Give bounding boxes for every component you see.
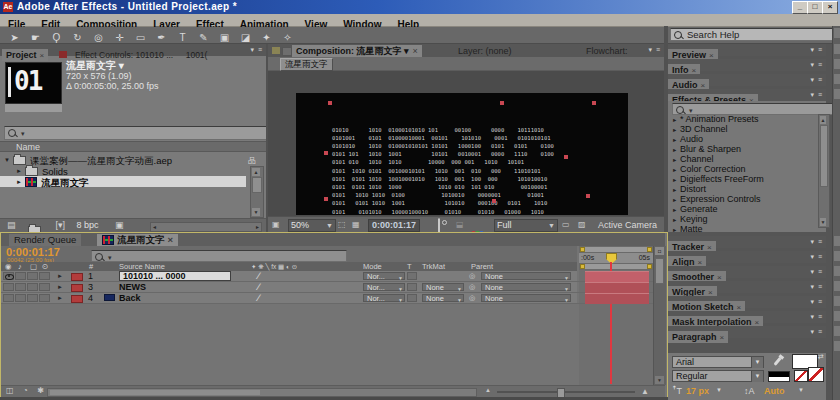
brainstorm-icon[interactable]: ✱	[37, 386, 44, 396]
no-fill-icon[interactable]	[794, 370, 808, 382]
expander-icon[interactable]	[16, 177, 25, 188]
timeline-zoom-slider[interactable]	[497, 391, 635, 393]
collapsed-panel[interactable]: Motion Sketch× ▾ ≡	[668, 296, 826, 308]
always-preview-icon[interactable]: ▣	[272, 219, 280, 230]
mode-dropdown[interactable]: Nor...▼	[363, 294, 405, 302]
safe-zones-icon[interactable]: ⬚	[338, 219, 346, 230]
collapsed-panel[interactable]: Mask Interpolation× ▾ ≡	[668, 311, 826, 323]
interpret-footage-icon[interactable]: ▤	[7, 219, 16, 232]
show-snapshot-icon[interactable]: ⬓	[456, 219, 464, 230]
minimize-button[interactable]: _	[792, 1, 808, 14]
snapshot-icon[interactable]	[438, 219, 440, 230]
lock-toggle[interactable]	[39, 294, 50, 302]
audio-column-icon[interactable]: ♪	[18, 262, 22, 271]
panel-menu-icon[interactable]: ▾ ≡	[810, 298, 823, 306]
project-item[interactable]: Solids	[0, 165, 246, 176]
source-name-header[interactable]: Source Name	[119, 262, 165, 271]
effects-category[interactable]: Digieffects FreeForm	[668, 174, 814, 184]
font-family-dropdown[interactable]: Arial▼	[672, 356, 764, 368]
expander-icon[interactable]: ►	[57, 273, 63, 279]
tab-flowchart[interactable]: Flowchart:	[586, 45, 628, 57]
parent-dropdown[interactable]: None▼	[481, 272, 571, 280]
brush-tool[interactable]: ✎	[193, 30, 214, 45]
panel-menu-icon[interactable]: ▾ ≡	[810, 76, 823, 84]
close-icon[interactable]: ×	[40, 51, 45, 60]
tab-render-queue[interactable]: Render Queue	[9, 234, 81, 246]
stroke-color-swatch[interactable]	[808, 367, 824, 382]
work-area-bar[interactable]	[579, 263, 653, 270]
project-search-input[interactable]: ▾	[4, 126, 272, 140]
scroll-down-icon[interactable]: ▼	[820, 218, 826, 226]
roi-icon[interactable]: ▭	[562, 219, 570, 230]
effects-scrollbar[interactable]: ▲ ▼	[818, 114, 830, 228]
expander-icon[interactable]	[4, 155, 13, 166]
chevron-down-icon[interactable]: ▼	[798, 387, 804, 393]
panel-menu-icon[interactable]: ▾ ≡	[810, 328, 823, 336]
magnification-dropdown[interactable]: 50%▼	[288, 219, 336, 232]
collapsed-panel[interactable]: Wiggler× ▾ ≡	[668, 281, 826, 293]
chevron-down-icon[interactable]: ▼	[751, 357, 763, 368]
layer-handle[interactable]	[500, 101, 504, 105]
project-item[interactable]: 课堂案例——流星雨文字动画.aep	[0, 154, 246, 165]
grid-icon[interactable]: ▦	[352, 219, 360, 230]
video-toggle[interactable]	[3, 272, 14, 280]
timeline-hscrollbar[interactable]: ◫ ◔ ✱ ▲ ▲	[1, 385, 665, 397]
expression-pick-whip[interactable]: ✧	[277, 30, 298, 45]
mode-header[interactable]: Mode	[363, 262, 382, 271]
search-help-input[interactable]: Search Help	[670, 28, 840, 41]
comp-viewer[interactable]: 01010 1010 01000101010 101 00100 0000 10…	[268, 71, 664, 216]
effects-category[interactable]: Expression Controls	[668, 194, 814, 204]
audio-toggle[interactable]	[15, 272, 26, 280]
layer-row[interactable]: ► 1 101010 ... 0000 / Nor...▼ ▼ ◎ None▼	[1, 271, 665, 282]
pen-tool[interactable]: ✒	[151, 30, 172, 45]
time-navigator[interactable]	[579, 246, 653, 253]
solo-column-icon[interactable]: ▢	[30, 262, 37, 271]
tab-layer[interactable]: Layer: (none)	[458, 45, 512, 57]
effects-category[interactable]: Generate	[668, 204, 814, 214]
collapsed-panel[interactable]: Align× ▾ ≡	[668, 251, 826, 263]
eraser-tool[interactable]: ◪	[235, 30, 256, 45]
collapsed-panel[interactable]: Audio× ▾ ≡	[668, 74, 826, 86]
video-toggle[interactable]	[3, 283, 14, 291]
audio-toggle[interactable]	[15, 294, 26, 302]
comp-marker-bin-icon[interactable]: ◘	[655, 247, 664, 255]
parent-header[interactable]: Parent	[471, 262, 493, 271]
font-size-value[interactable]: 17 px	[686, 386, 709, 396]
trkmat-dropdown[interactable]: None▼	[422, 283, 464, 291]
lock-column-icon[interactable]: ⊙	[42, 262, 48, 271]
layer-duration-bar[interactable]	[585, 293, 649, 304]
layer-number-header[interactable]: #	[89, 262, 93, 271]
project-item[interactable]: 流星雨文字	[0, 176, 246, 187]
lock-toggle[interactable]	[39, 283, 50, 291]
font-style-dropdown[interactable]: Regular▼	[672, 370, 764, 382]
layer-duration-bar[interactable]	[585, 282, 649, 293]
layer-name[interactable]: NEWS	[119, 282, 146, 292]
layer-handle[interactable]	[324, 197, 328, 201]
chevron-down-icon[interactable]: ▼	[751, 371, 763, 382]
effects-category[interactable]: * Animation Presets	[668, 114, 814, 124]
collapsed-panel[interactable]: Info× ▾ ≡	[668, 59, 826, 71]
leading-value[interactable]: Auto	[764, 386, 785, 396]
panel-menu-icon[interactable]: ▾ ≡	[810, 238, 823, 246]
tab-effect-controls-suffix[interactable]: 1001(	[186, 50, 208, 60]
scroll-left-icon[interactable]: ◄	[152, 223, 157, 231]
effects-category[interactable]: 3D Channel	[668, 124, 814, 134]
project-scrollbar[interactable]: ▲ ▼	[250, 166, 264, 218]
pick-whip-icon[interactable]: ◎	[469, 282, 475, 292]
type-tool[interactable]: T	[172, 30, 193, 45]
lock-toggle[interactable]	[39, 272, 50, 280]
solo-toggle[interactable]	[27, 294, 38, 302]
panel-menu-icon[interactable]: ▾ ≡	[810, 91, 823, 99]
maximize-button[interactable]: □	[807, 1, 823, 14]
zoom-out-icon[interactable]: ▲	[485, 387, 491, 393]
tab-project[interactable]: Project×	[2, 49, 48, 61]
parent-dropdown[interactable]: None▼	[481, 294, 571, 302]
t-header[interactable]: T	[407, 262, 412, 271]
transparency-grid-icon[interactable]: ▨	[578, 219, 586, 230]
effects-category[interactable]: Blur & Sharpen	[668, 144, 814, 154]
layer-handle[interactable]	[492, 199, 496, 203]
scroll-down-icon[interactable]: ▼	[655, 376, 664, 384]
trkmat-header[interactable]: TrkMat	[422, 262, 445, 271]
hand-tool[interactable]: ☛	[25, 30, 46, 45]
layer-duration-bar[interactable]	[585, 271, 649, 282]
